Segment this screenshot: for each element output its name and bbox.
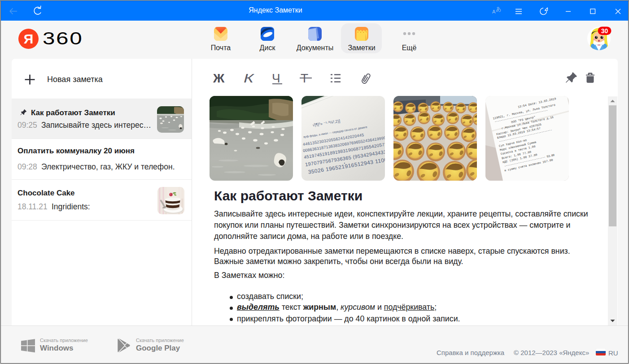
svg-text:A: A xyxy=(492,9,496,14)
svg-text:あ: あ xyxy=(496,6,501,12)
svg-text:30: 30 xyxy=(601,27,608,35)
